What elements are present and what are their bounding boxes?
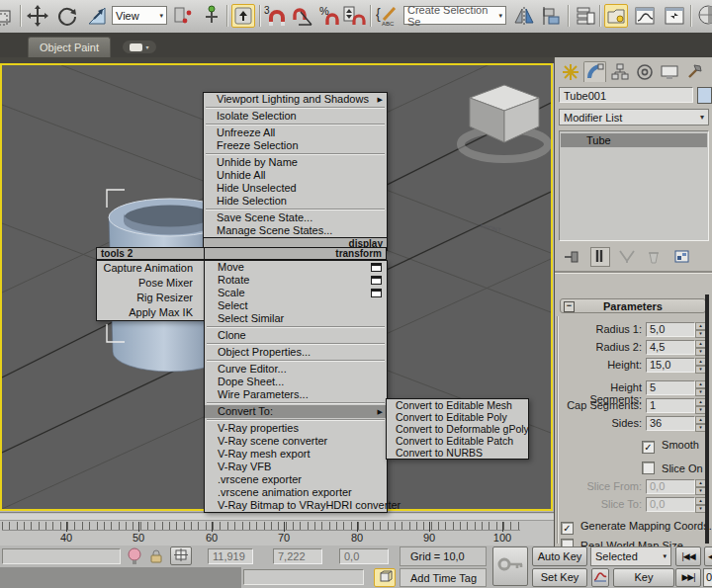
menu-item-capture-animation[interactable]: Capture Animation — [97, 261, 205, 276]
settings-box-icon[interactable] — [371, 276, 382, 285]
object-name-field[interactable]: Tube001 — [559, 87, 693, 103]
snaps-toggle-icon[interactable]: 3 — [263, 4, 287, 28]
panel-divider[interactable] — [555, 271, 712, 274]
menu-item-apply-max-ik[interactable]: Apply Max IK — [97, 305, 205, 320]
y-coordinate-field[interactable]: 7,222 — [273, 548, 322, 564]
current-frame-field[interactable]: 0 — [703, 568, 712, 587]
menu-item-select[interactable]: Select — [205, 299, 387, 312]
menu-item-unhide-all[interactable]: Unhide All — [204, 169, 387, 182]
stack-item-tube[interactable]: Tube — [561, 133, 707, 147]
settings-box-icon[interactable] — [371, 263, 382, 272]
menu-item-isolate-selection[interactable]: Isolate Selection — [204, 110, 387, 123]
menu-item-rig-resizer[interactable]: Rig Resizer — [97, 291, 205, 305]
menu-item-convert-nurbs[interactable]: Convert to NURBS — [387, 447, 528, 459]
menu-item-vray-properties[interactable]: V-Ray properties — [205, 422, 387, 435]
configure-modifier-sets-icon[interactable] — [673, 249, 691, 267]
menu-item-dope-sheet[interactable]: Dope Sheet... — [205, 376, 387, 388]
show-end-result-icon[interactable] — [590, 247, 610, 267]
menu-item-manage-scene-states[interactable]: Manage Scene States... — [204, 224, 387, 237]
keyboard-shortcut-override-icon[interactable] — [231, 4, 255, 28]
menu-item-vray-vfb[interactable]: V-Ray VFB — [205, 461, 387, 473]
menu-item-object-properties[interactable]: Object Properties... — [205, 346, 387, 359]
select-and-rotate-icon[interactable] — [55, 4, 79, 28]
pin-stack-icon[interactable] — [563, 249, 580, 267]
key-filters-button[interactable]: Key Filters... — [613, 568, 674, 587]
isolate-selection-cube-toggle[interactable] — [374, 568, 396, 587]
tab-utilities-icon[interactable] — [682, 61, 705, 82]
radius2-field[interactable]: 4,5 — [646, 340, 695, 355]
set-key-mode-toggle[interactable] — [492, 546, 528, 586]
go-to-start-button[interactable]: |◀◀ — [675, 546, 701, 566]
edit-named-selection-sets-icon[interactable]: {ABC — [376, 4, 400, 28]
modifier-list-dropdown[interactable]: Modifier List ▾ — [559, 109, 709, 126]
parameters-rollout-header[interactable]: − Parameters — [560, 298, 706, 313]
ribbon-display-dropdown[interactable]: ▾ — [123, 41, 156, 53]
prompt-line-field[interactable] — [243, 569, 364, 585]
menu-item-save-scene-state[interactable]: Save Scene State... — [204, 211, 387, 224]
select-and-manipulate-icon[interactable] — [200, 4, 223, 28]
material-editor-icon[interactable] — [696, 4, 712, 28]
named-selection-set-dropdown[interactable]: Create Selection Se ▾ — [403, 6, 506, 25]
menu-item-curve-editor[interactable]: Curve Editor... — [205, 363, 387, 376]
menu-item-pose-mixer[interactable]: Pose Mixer — [97, 276, 205, 291]
generate-mapping-checkbox-row[interactable]: ✓ Generate Mapping Coords. — [561, 519, 712, 533]
object-color-swatch[interactable] — [697, 87, 712, 104]
previous-frame-button[interactable]: ◀ — [704, 546, 712, 566]
menu-item-convert-editable-mesh[interactable]: Convert to Editable Mesh — [387, 399, 528, 411]
real-world-checkbox-row[interactable]: Real-World Map Size — [561, 539, 683, 546]
cap-segments-field[interactable]: 1 — [646, 398, 695, 413]
menu-item-clone[interactable]: Clone — [205, 329, 387, 342]
slice-on-checkbox-row[interactable]: Slice On — [642, 462, 703, 475]
ribbon-toggle-icon[interactable] — [604, 4, 628, 28]
menu-item-wire-parameters[interactable]: Wire Parameters... — [205, 388, 387, 401]
mirror-icon[interactable] — [512, 4, 536, 28]
slice-to-field[interactable]: 0,0 — [646, 497, 695, 512]
selection-filter-dropdown[interactable]: Selected ▾ — [590, 546, 671, 566]
align-icon[interactable] — [540, 4, 564, 28]
smooth-checkbox-row[interactable]: ✓ Smooth — [642, 438, 699, 452]
menu-item-rotate[interactable]: Rotate — [205, 274, 387, 287]
angle-snap-toggle-icon[interactable] — [291, 4, 314, 28]
menu-item-vrscene-animation-exporter[interactable]: .vrscene animation exporter — [205, 486, 387, 499]
slice-on-checkbox[interactable] — [642, 462, 655, 474]
modifier-stack[interactable]: Tube — [559, 130, 709, 241]
menu-item-convert-editable-poly[interactable]: Convert to Editable Poly — [387, 411, 528, 423]
settings-box-icon[interactable] — [371, 289, 382, 297]
set-key-button[interactable]: Set Key — [532, 568, 587, 587]
absolute-offset-mode-toggle[interactable] — [170, 546, 192, 565]
panel-scrollbar[interactable] — [705, 294, 709, 544]
tab-motion-icon[interactable] — [633, 61, 656, 82]
menu-item-move[interactable]: Move — [205, 261, 387, 274]
menu-item-hide-selection[interactable]: Hide Selection — [204, 195, 387, 208]
tab-object-paint[interactable]: Object Paint — [28, 37, 111, 57]
z-coordinate-field[interactable]: 0,0 — [339, 548, 389, 564]
status-line-field[interactable] — [2, 548, 121, 564]
make-unique-icon[interactable] — [618, 249, 636, 267]
time-slider-track[interactable] — [0, 514, 554, 521]
track-bar[interactable]: 40 50 60 70 80 90 100 — [0, 512, 554, 546]
tab-create-icon[interactable] — [559, 61, 581, 82]
auto-key-button[interactable]: Auto Key — [532, 546, 587, 566]
isolate-selection-toggle-icon[interactable] — [127, 546, 142, 568]
selection-lock-toggle-icon[interactable] — [148, 548, 164, 566]
menu-item-convert-deformable-gpoly[interactable]: Convert to Deformable gPoly — [387, 423, 528, 435]
sides-field[interactable]: 36 — [646, 416, 695, 431]
menu-item-unhide-by-name[interactable]: Unhide by Name — [204, 156, 387, 169]
menu-item-viewport-lighting[interactable]: Viewport Lighting and Shadows ▶ — [204, 93, 387, 106]
spinner-snap-toggle-icon[interactable] — [342, 4, 366, 28]
real-world-checkbox[interactable] — [561, 539, 574, 546]
select-and-move-icon[interactable] — [26, 4, 49, 28]
height-field[interactable]: 15,0 — [646, 358, 695, 373]
menu-item-vray-bitmap-converter[interactable]: V-Ray Bitmap to VRayHDRI converter — [205, 499, 387, 512]
menu-item-vray-scene-converter[interactable]: V-Ray scene converter — [205, 435, 387, 448]
radius1-field[interactable]: 5,0 — [646, 322, 695, 337]
slice-from-field[interactable]: 0,0 — [646, 479, 695, 494]
select-and-scale-icon[interactable] — [85, 4, 109, 28]
select-object-icon[interactable] — [0, 4, 16, 28]
percent-snap-toggle-icon[interactable]: % — [318, 4, 342, 28]
menu-item-scale[interactable]: Scale — [205, 287, 387, 299]
menu-item-freeze-selection[interactable]: Freeze Selection — [204, 139, 387, 152]
use-pivot-point-center-icon[interactable] — [170, 4, 194, 28]
menu-item-convert-editable-patch[interactable]: Convert to Editable Patch — [387, 435, 528, 447]
menu-item-unfreeze-all[interactable]: Unfreeze All — [204, 126, 387, 139]
